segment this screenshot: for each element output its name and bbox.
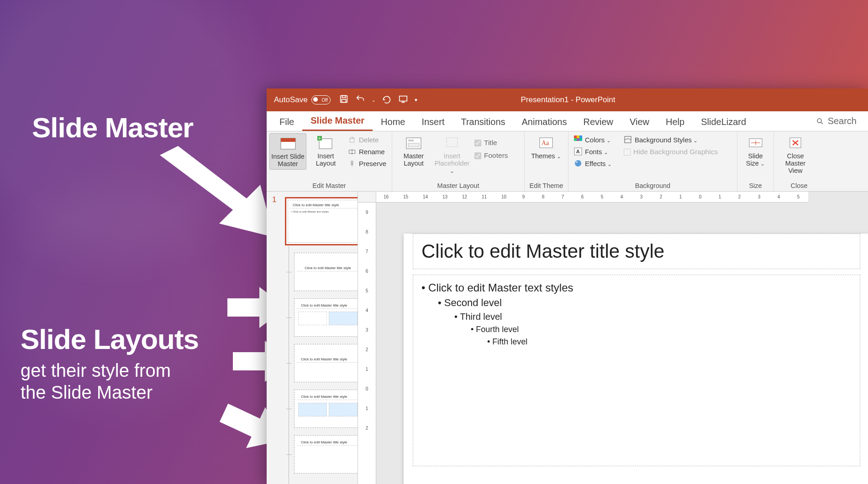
chevron-down-icon[interactable]: ⌄ (372, 98, 375, 103)
insert-layout-button[interactable]: + Insert Layout (307, 133, 344, 169)
annotation-sub1: get their style from (21, 360, 171, 380)
tab-insert[interactable]: Insert (413, 112, 452, 131)
slide-size-button[interactable]: Slide Size (740, 133, 771, 169)
group-label-background: Background (571, 181, 734, 191)
bullet-level-3: Third level (454, 312, 852, 322)
present-icon[interactable] (398, 94, 408, 106)
svg-point-12 (351, 161, 353, 163)
svg-rect-2 (342, 99, 346, 102)
canvas-area[interactable]: Click to edit Master title style Click t… (376, 203, 868, 484)
tab-home[interactable]: Home (373, 112, 413, 131)
search-icon (816, 117, 824, 125)
tab-review[interactable]: Review (575, 112, 621, 131)
effects-icon (574, 159, 582, 167)
svg-rect-23 (577, 138, 579, 141)
fonts-button[interactable]: AFonts (571, 146, 615, 157)
svg-rect-19 (574, 135, 577, 138)
close-master-view-button[interactable]: Close Master View (777, 133, 814, 176)
themes-icon: Aa (537, 135, 555, 151)
rename-button[interactable]: Rename (345, 146, 389, 157)
thumb-layout[interactable]: Click to edit Master title style (294, 435, 358, 474)
layout-icon: + (316, 135, 335, 151)
colors-button[interactable]: Colors (571, 134, 615, 145)
group-label-close: Close (777, 181, 821, 191)
placeholder-icon (443, 135, 461, 151)
master-layout-button[interactable]: Master Layout (395, 133, 432, 169)
footers-checkbox[interactable]: Footers (472, 150, 511, 161)
annotation-slide-master: Slide Master (32, 111, 193, 144)
svg-rect-16 (447, 138, 458, 147)
group-label-size: Size (740, 181, 771, 191)
svg-rect-6 (281, 138, 295, 142)
thumb-layout[interactable]: Click to edit Master title style (294, 253, 358, 291)
thumb-layout[interactable]: Click to edit Master title style (294, 298, 358, 337)
tab-view[interactable]: View (621, 112, 658, 131)
tab-help[interactable]: Help (658, 112, 693, 131)
svg-rect-15 (408, 143, 419, 147)
ribbon: Insert Slide Master + Insert Layout Dele… (267, 131, 868, 192)
svg-rect-1 (342, 95, 345, 98)
tab-bar: File Slide Master Home Insert Transition… (267, 111, 868, 131)
insert-slide-master-button[interactable]: Insert Slide Master (269, 133, 306, 170)
titlebar: AutoSave Off ⌄ ▾ Presentation1 - PowerPo… (267, 88, 868, 111)
customize-qat-icon[interactable]: ▾ (415, 97, 417, 103)
save-icon[interactable] (339, 94, 349, 106)
tree-line (289, 246, 289, 484)
themes-button[interactable]: Aa Themes (527, 133, 565, 161)
fonts-icon: A (574, 147, 582, 156)
tab-animations[interactable]: Animations (514, 112, 575, 131)
editor-area: 16151413121110987654321012345 9876543210… (358, 192, 868, 484)
master-body-placeholder[interactable]: Click to edit Master text styles Second … (413, 275, 860, 466)
tab-slidelizard[interactable]: SlideLizard (693, 112, 754, 131)
svg-rect-20 (577, 135, 579, 138)
tab-file[interactable]: File (271, 112, 302, 131)
group-label-edit-theme: Edit Theme (527, 181, 565, 191)
autosave-toggle[interactable]: AutoSave Off (274, 95, 331, 104)
arrow-icon (151, 146, 279, 246)
search-box[interactable]: Search (808, 111, 865, 131)
master-layout-icon (405, 135, 423, 151)
powerpoint-window: AutoSave Off ⌄ ▾ Presentation1 - PowerPo… (267, 88, 868, 484)
undo-icon[interactable] (355, 94, 365, 106)
svg-rect-14 (408, 140, 414, 141)
svg-text:+: + (318, 136, 321, 141)
master-title-placeholder[interactable]: Click to edit Master title style (413, 234, 860, 269)
title-checkbox[interactable]: Title (472, 137, 511, 149)
thumbnail-panel[interactable]: 1 Click to edit Master title style • Cli… (267, 192, 358, 484)
ruler-vertical[interactable]: 987654321012 (358, 203, 376, 484)
thumb-layout[interactable]: Click to edit Master title style (294, 344, 358, 382)
tab-transitions[interactable]: Transitions (452, 112, 513, 131)
delete-button[interactable]: Delete (345, 134, 389, 145)
close-icon (786, 135, 805, 151)
svg-rect-24 (579, 138, 582, 141)
group-label-master-layout: Master Layout (395, 181, 521, 191)
svg-point-4 (817, 119, 821, 123)
insert-placeholder-button[interactable]: Insert Placeholder (433, 133, 471, 176)
svg-rect-3 (399, 96, 407, 101)
slide-size-icon (747, 135, 765, 151)
redo-icon[interactable] (382, 94, 392, 106)
effects-button[interactable]: Effects (571, 158, 615, 169)
svg-rect-10 (350, 138, 354, 142)
ruler-horizontal[interactable]: 16151413121110987654321012345 (376, 192, 808, 203)
workspace: 1 Click to edit Master title style • Cli… (267, 192, 868, 484)
master-number: 1 (272, 195, 276, 204)
thumb-master[interactable]: Click to edit Master title style • Click… (285, 197, 358, 245)
svg-point-27 (575, 160, 581, 167)
thumb-layout[interactable]: Click to edit Master title style (294, 390, 358, 428)
bullet-level-4: Fourth level (471, 325, 852, 334)
hide-bg-checkbox[interactable]: Hide Background Graphics (621, 146, 721, 158)
tab-slide-master[interactable]: Slide Master (302, 111, 373, 131)
ruler-corner (358, 192, 376, 203)
bullet-level-2: Second level (438, 297, 852, 309)
delete-icon (348, 135, 356, 144)
autosave-label: AutoSave (274, 95, 308, 104)
slide-canvas[interactable]: Click to edit Master title style Click t… (404, 234, 868, 484)
bg-styles-icon (624, 135, 632, 144)
toggle-icon[interactable]: Off (311, 95, 331, 104)
rename-icon (348, 147, 356, 156)
preserve-icon (348, 159, 356, 167)
background-styles-button[interactable]: Background Styles (621, 134, 721, 145)
preserve-button[interactable]: Preserve (345, 158, 389, 169)
bullet-level-1: Click to edit Master text styles (421, 281, 852, 294)
